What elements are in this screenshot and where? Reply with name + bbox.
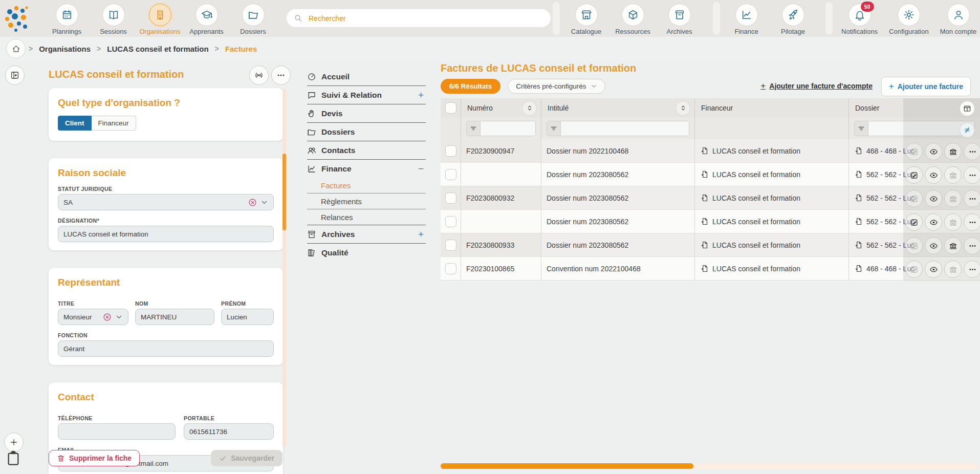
toggle-financeur[interactable]: Financeur (92, 116, 136, 131)
row-checkbox[interactable] (445, 263, 456, 274)
column-settings-button[interactable] (960, 101, 975, 116)
criteria-button[interactable]: Critères pré-configurés (508, 79, 605, 94)
add-facture-button[interactable]: + Ajouter une facture (881, 77, 971, 96)
nav-configuration[interactable]: Configuration (884, 4, 934, 35)
row-checkbox[interactable] (445, 145, 456, 157)
sort-numero-button[interactable] (522, 101, 537, 116)
prenom-field[interactable]: Lucien (221, 309, 274, 325)
table-row[interactable]: F20230800932Dossier num 2023080562LUCAS … (441, 186, 980, 210)
view-button[interactable] (925, 143, 942, 160)
clear-icon[interactable] (248, 198, 257, 207)
column-header-intitule[interactable]: Intitulé (541, 98, 695, 118)
toggle-client[interactable]: Client (58, 116, 92, 131)
menu-archives[interactable]: Archives + (307, 225, 426, 244)
fonction-value: Gérant (63, 345, 84, 353)
filter-icon[interactable] (547, 121, 561, 136)
table-row[interactable]: F20230800933Dossier num 2023080562LUCAS … (441, 233, 980, 257)
expand-icon[interactable]: + (418, 90, 426, 101)
view-button[interactable] (925, 237, 942, 254)
clear-icon[interactable] (103, 313, 112, 321)
fonction-field[interactable]: Gérant (58, 340, 274, 357)
menu-factures[interactable]: Factures (307, 178, 426, 193)
column-header-numero[interactable]: Numéro (461, 98, 541, 118)
add-facture-acompte-link[interactable]: + Ajouter une facture d'acompte (760, 81, 873, 91)
nav-plannings[interactable]: Plannings (43, 4, 90, 35)
table-row[interactable]: F20230900947Dossier num 2022100468LUCAS … (441, 139, 980, 163)
table-row[interactable]: Dossier num 2023080562LUCAS conseil et f… (441, 210, 980, 233)
row-checkbox[interactable] (445, 169, 456, 180)
select-all-checkbox[interactable] (445, 102, 456, 114)
clipboard-icon[interactable] (5, 449, 21, 467)
row-more-button[interactable] (964, 143, 980, 160)
statut-juridique-select[interactable]: SA (58, 194, 274, 210)
nav-notifications[interactable]: 50 Notifications (835, 4, 884, 35)
nav-label: Pilotage (781, 28, 805, 35)
edit-button[interactable] (905, 213, 923, 231)
collapse-panel-button[interactable] (5, 66, 25, 85)
menu-devis[interactable]: Devis (307, 104, 426, 123)
designation-field[interactable]: LUCAS conseil et formation (58, 226, 274, 242)
row-more-button[interactable] (964, 190, 980, 207)
filter-intitule-input[interactable] (561, 121, 689, 136)
nav-apprenants[interactable]: Apprenants (183, 4, 230, 35)
nav-finance[interactable]: Finance (723, 4, 770, 35)
broadcast-button[interactable] (249, 66, 269, 85)
menu-reglements[interactable]: Règlements (307, 193, 426, 209)
nav-sessions[interactable]: Sessions (90, 4, 137, 35)
row-more-button[interactable] (964, 166, 980, 184)
book-icon (108, 9, 119, 20)
nav-ressources[interactable]: Ressources (609, 4, 656, 35)
sort-intitule-button[interactable] (676, 101, 690, 116)
view-button[interactable] (925, 190, 942, 207)
filter-icon[interactable] (466, 121, 481, 136)
nav-mon-compte[interactable]: Mon compte (934, 4, 980, 35)
view-button[interactable] (925, 261, 942, 278)
menu-relances[interactable]: Relances (307, 209, 426, 225)
nav-pilotage[interactable]: Pilotage (770, 4, 816, 35)
edit-button[interactable] (905, 166, 923, 184)
menu-accueil[interactable]: Accueil (307, 68, 426, 86)
breadcrumb-factures[interactable]: Factures (225, 45, 257, 53)
bank-button[interactable] (944, 237, 962, 254)
bank-button[interactable] (944, 143, 962, 160)
view-button[interactable] (925, 213, 942, 231)
nav-dossiers[interactable]: Dossiers (230, 4, 276, 35)
app-logo[interactable] (4, 4, 31, 33)
menu-qualite[interactable]: Qualité (307, 244, 426, 262)
breadcrumb-organisation-name[interactable]: LUCAS conseil et formation (107, 45, 208, 53)
table-row[interactable]: F20230100865Convention num 2022100468LUC… (441, 257, 980, 281)
panel-scrollbar-thumb[interactable] (282, 154, 286, 230)
clear-filters-button[interactable] (960, 122, 975, 138)
portable-field[interactable]: 0615611736 (184, 423, 274, 440)
filter-numero-input[interactable] (481, 121, 536, 136)
nav-archives[interactable]: Archives (656, 4, 703, 35)
search-input[interactable] (308, 14, 543, 23)
row-more-button[interactable] (964, 261, 980, 278)
row-more-button[interactable] (964, 237, 980, 254)
row-checkbox[interactable] (445, 216, 456, 227)
menu-contacts[interactable]: Contacts (307, 141, 426, 160)
table-row[interactable]: Dossier num 2023080562LUCAS conseil et f… (441, 163, 980, 186)
more-options-button[interactable] (271, 66, 291, 85)
telephone-field[interactable] (58, 423, 176, 440)
menu-dossiers[interactable]: Dossiers (307, 123, 426, 141)
horizontal-scrollbar-thumb[interactable] (441, 463, 693, 469)
view-button[interactable] (925, 166, 942, 184)
titre-select[interactable]: Monsieur (58, 309, 128, 325)
filter-icon[interactable] (854, 121, 868, 136)
fonction-label: FONCTION (58, 332, 274, 338)
breadcrumb-organisations[interactable]: Organisations (39, 45, 91, 53)
home-button[interactable] (6, 39, 26, 58)
column-label: Intitulé (548, 104, 569, 112)
menu-finance[interactable]: Finance − (307, 160, 426, 178)
collapse-icon[interactable]: − (418, 163, 426, 175)
expand-icon[interactable]: + (418, 229, 426, 240)
row-checkbox[interactable] (445, 240, 456, 251)
menu-suivi-relation[interactable]: Suivi & Relation + (307, 86, 426, 104)
delete-record-button[interactable]: Supprimer la fiche (49, 450, 140, 466)
nav-catalogue[interactable]: Catalogue (563, 4, 609, 35)
nom-field[interactable]: MARTINEU (135, 309, 214, 325)
row-checkbox[interactable] (445, 192, 456, 204)
row-more-button[interactable] (964, 213, 980, 231)
nav-organisations[interactable]: Organisations (137, 4, 183, 35)
